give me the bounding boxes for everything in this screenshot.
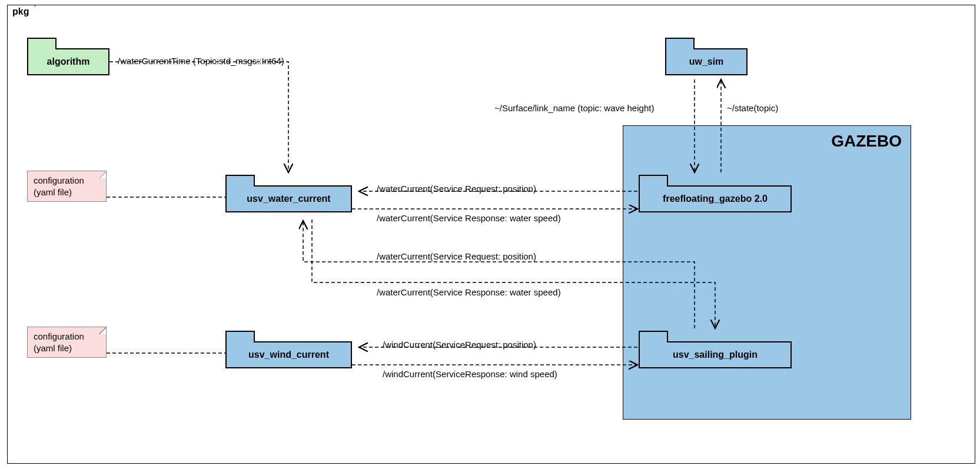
label-surface: ~/Surface/link_name (topic: wave height) <box>494 103 654 113</box>
package-label: usv_water_current <box>227 187 351 211</box>
label-wind-req: /windCurrent(ServiceRequest: position) <box>383 340 536 350</box>
package-label: freefloating_gazebo 2.0 <box>640 187 790 211</box>
label-water-resp-1: /waterCurrent(Service Response: water sp… <box>377 213 561 223</box>
package-tab <box>639 331 668 342</box>
package-uw-sim: uw_sim <box>665 48 748 75</box>
gazebo-title: GAZEBO <box>831 132 902 151</box>
package-label: uw_sim <box>666 49 746 74</box>
package-label: algorithm <box>28 49 108 74</box>
package-freefloating-gazebo: freefloating_gazebo 2.0 <box>639 185 792 212</box>
label-wind-resp: /windCurrent(ServiceResponse: wind speed… <box>383 369 557 379</box>
package-usv-sailing-plugin: usv_sailing_plugin <box>639 341 792 368</box>
label-water-req-2: /waterCurrent(Service Request: position) <box>377 251 536 261</box>
note-config-water: configuration (yaml file) <box>27 171 107 202</box>
package-label: usv_wind_current <box>227 342 351 367</box>
package-label: usv_sailing_plugin <box>640 342 790 367</box>
pkg-frame-title: pkg <box>7 5 35 19</box>
package-usv-water-current: usv_water_current <box>225 185 352 212</box>
note-text: configuration (yaml file) <box>34 175 84 197</box>
package-tab <box>665 38 695 49</box>
package-tab <box>27 38 57 49</box>
package-tab <box>639 175 668 187</box>
package-algorithm: algorithm <box>27 48 109 75</box>
label-water-resp-2: /waterCurrent(Service Response: water sp… <box>377 287 561 297</box>
label-watercurrenttime: /waterCurrentTime (Topic:std_msgs::Int64… <box>118 56 284 66</box>
package-tab <box>225 331 255 342</box>
gazebo-frame: GAZEBO <box>623 125 911 420</box>
note-text: configuration (yaml file) <box>34 331 84 353</box>
package-tab <box>225 175 255 187</box>
label-water-req-1: /waterCurrent(Service Request: position) <box>377 184 536 194</box>
note-config-wind: configuration (yaml file) <box>27 327 107 358</box>
package-usv-wind-current: usv_wind_current <box>225 341 352 368</box>
label-state: ~/state(topic) <box>727 103 778 113</box>
